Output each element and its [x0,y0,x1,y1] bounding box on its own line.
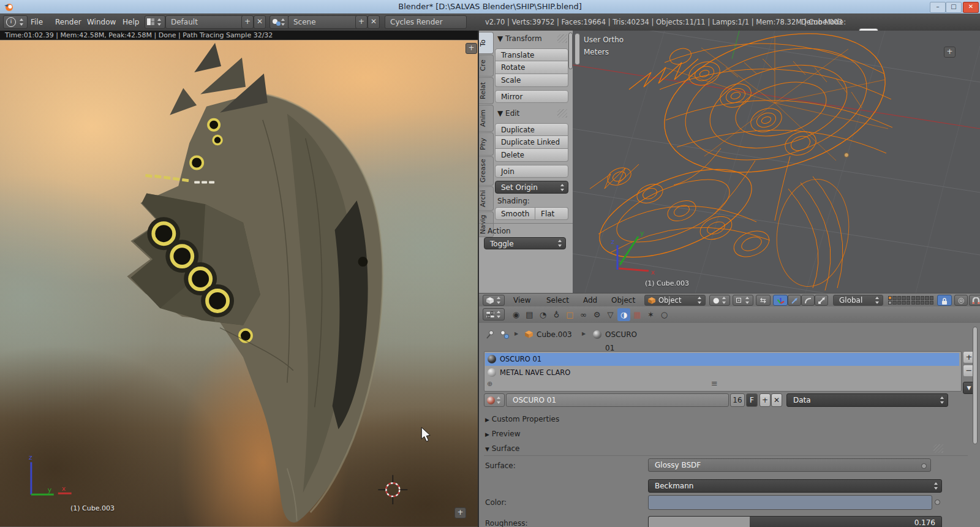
tool-shelf-scrollbar[interactable] [568,32,573,69]
shelf-tab-archi[interactable]: Archi [479,186,494,211]
expand-region-button[interactable]: + [454,507,466,518]
surface-panel-header[interactable]: ▼ Surface [485,444,519,453]
screen-layout-field[interactable]: Default [165,15,249,29]
material-slot-selected[interactable]: OSCURO 01 [485,353,959,366]
slot-add-inline-icon[interactable]: ⊕ [487,380,492,388]
properties-scrollbar[interactable] [973,327,978,444]
snap-button[interactable] [969,295,980,306]
shelf-tab-animation[interactable]: Anim [479,105,494,132]
list-resize-grip[interactable]: ≡ [711,379,718,388]
delete-scene-button[interactable]: ✕ [368,15,380,29]
scene-icon-button[interactable] [270,15,289,29]
layers-widget-group-2[interactable] [911,296,933,305]
pivot-point-select[interactable]: ⊡ [733,295,753,306]
operator-action-dropdown[interactable]: Toggle [484,237,566,249]
delete-button[interactable]: Delete [495,149,568,162]
tab-render[interactable]: ◉ [510,308,522,321]
tab-physics[interactable]: ○ [658,308,671,321]
tab-texture[interactable]: ▦ [631,308,644,321]
pin-icon[interactable] [485,330,495,339]
custom-properties-panel-header[interactable]: ▶ Custom Properties [485,415,559,423]
editor-type-3dview-button[interactable] [483,295,505,306]
tab-object[interactable]: □ [564,308,576,321]
panel-drag-handle[interactable] [557,109,567,118]
shelf-tab-create[interactable]: Cre [479,55,494,77]
shelf-tab-grease-pencil[interactable]: Grease [479,156,494,186]
select-menu[interactable]: Select [546,294,569,307]
scale-manipulator-button[interactable] [815,295,828,306]
tab-material[interactable]: ◑ [617,308,630,321]
shade-flat-button[interactable]: Flat [535,207,568,220]
data-link-select[interactable]: Data [786,393,948,407]
unlink-material-button[interactable]: ✕ [771,393,782,407]
maximize-button[interactable]: □ [946,2,962,13]
render-canvas[interactable]: z y x [0,40,478,527]
render-engine-select[interactable]: Cycles Render [385,15,467,29]
view-menu[interactable]: View [513,294,530,307]
transform-orientation-select[interactable]: Global [833,295,883,306]
translate-button[interactable]: Translate [495,48,568,61]
node-browse-icon[interactable] [500,330,510,339]
viewport-scrollbar[interactable] [575,33,580,65]
panel-drag-handle[interactable] [557,34,567,43]
preview-panel-header[interactable]: ▶ Preview [485,430,520,438]
wireframe-canvas[interactable]: z y x [573,31,980,293]
shade-smooth-button[interactable]: Smooth [495,207,535,220]
manipulator-axis-button[interactable] [773,295,788,306]
wireframe-viewport[interactable]: z y x User Ortho Meters (1) Cube.003 + [573,31,980,293]
breadcrumb-object[interactable]: Cube.003 [537,328,572,341]
join-button[interactable]: Join [495,165,568,178]
expand-properties-shelf-button[interactable]: + [466,43,477,54]
minimize-button[interactable]: – [930,2,946,13]
tab-constraints[interactable]: ∞ [577,308,590,321]
browse-material-button[interactable] [484,393,505,407]
shelf-tab-relations[interactable]: Relat [479,77,494,104]
delete-layout-button[interactable]: ✕ [254,15,266,29]
translate-manipulator-button[interactable] [788,295,801,306]
tab-scene[interactable]: ◔ [537,308,549,321]
menu-render[interactable]: Render [51,13,85,31]
tab-particles[interactable]: ✶ [644,308,657,321]
transform-panel-header[interactable]: ▼ Transform [497,34,542,43]
distribution-select[interactable]: Beckmann [648,479,942,493]
material-slot[interactable]: METAL NAVE CLARO [485,366,959,379]
menu-help[interactable]: Help [119,13,143,31]
manipulator-toggle-button[interactable]: ⇆ [756,295,771,306]
menu-file[interactable]: File [27,13,47,31]
add-scene-button[interactable]: + [355,15,368,29]
tab-object-data[interactable]: ▽ [604,308,617,321]
scene-field[interactable]: Scene [288,15,363,29]
color-swatch[interactable] [648,495,932,510]
close-button[interactable]: ✕ [963,2,979,13]
lock-to-scene-button[interactable] [937,295,952,306]
new-material-button[interactable]: + [760,393,771,407]
scale-button[interactable]: Scale [495,74,568,87]
tab-world[interactable]: ♁ [550,308,563,321]
shelf-tab-physics[interactable]: Phy [479,132,494,156]
proportional-edit-button[interactable]: ◎ [954,295,968,306]
screen-layout-icon-button[interactable] [145,15,165,29]
rotate-manipulator-button[interactable] [801,295,815,306]
shelf-tab-tools[interactable]: To [479,32,494,54]
duplicate-button[interactable]: Duplicate [495,123,568,136]
set-origin-dropdown[interactable]: Set Origin [495,181,568,194]
editor-type-properties-button[interactable] [483,308,505,320]
expand-properties-shelf-button[interactable]: + [944,47,956,58]
tab-modifiers[interactable]: ⚙ [590,308,603,321]
menu-window[interactable]: Window [83,13,119,31]
tab-render-layers[interactable]: ▤ [523,308,536,321]
viewport-shading-select[interactable]: ● [709,295,730,306]
add-menu[interactable]: Add [583,294,597,307]
surface-shader-select[interactable]: Glossy BSDF [648,458,931,472]
fake-user-button[interactable]: F [746,393,758,407]
material-users-count[interactable]: 16 [730,393,745,407]
editor-type-info-button[interactable]: i [3,15,28,29]
layers-widget-group-1[interactable] [888,296,910,305]
panel-drag-handle[interactable] [933,444,943,453]
mode-select[interactable]: Object Mode [644,295,706,306]
material-name-field[interactable]: OSCURO 01 [506,393,729,407]
edit-panel-header[interactable]: ▼ Edit [497,109,519,118]
rotate-button[interactable]: Rotate [495,61,568,74]
roughness-slider[interactable]: 0.176 [648,516,942,527]
render-viewport[interactable]: Time:01:02.39 | Mem:42.58M, Peak:42.58M … [0,31,479,527]
